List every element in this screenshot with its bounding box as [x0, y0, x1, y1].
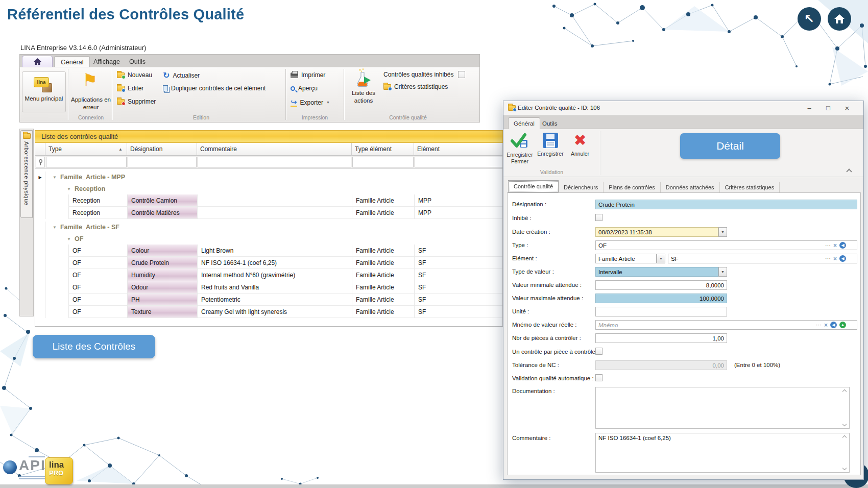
cell-designation[interactable]: PH — [127, 294, 197, 306]
commentaire-textarea[interactable]: NF ISO 16634-1 (coef 6,25) — [595, 433, 850, 473]
back-button[interactable]: ↖ — [798, 7, 821, 31]
cell-type-element[interactable]: Famille Article — [352, 269, 414, 281]
cell-type[interactable]: OF — [68, 245, 127, 257]
clear-icon[interactable]: × — [833, 255, 837, 262]
cell-type[interactable]: OF — [68, 269, 127, 281]
dialog-tab-outils[interactable]: Outils — [537, 117, 562, 129]
val-max-input[interactable] — [595, 294, 727, 303]
grid-data-row[interactable]: OFColourLight BrownFamille ArticleSF — [35, 245, 502, 257]
column-header-designation[interactable]: Désignation — [127, 143, 197, 156]
grid-data-row[interactable]: OFOdourRed fruits and VanillaFamille Art… — [35, 281, 502, 294]
close-button[interactable]: × — [841, 103, 853, 113]
val-min-input[interactable] — [595, 280, 727, 290]
liste-des-actions-label[interactable]: Liste des actions — [345, 89, 382, 105]
clear-icon[interactable]: × — [824, 322, 828, 329]
dialog-tab-general[interactable]: Général — [508, 117, 540, 129]
cell-commentaire[interactable]: Red fruits and Vanilla — [197, 281, 352, 294]
dupliquer-button[interactable]: Dupliquer contrôles de cet élément — [163, 85, 266, 92]
cell-type-element[interactable]: Famille Article — [352, 194, 414, 207]
enregistrer-fermer-button[interactable]: Enregistrer Fermer — [505, 132, 534, 168]
nbr-pieces-input[interactable] — [595, 333, 727, 343]
cell-commentaire[interactable]: Light Brown — [197, 245, 352, 257]
column-header-type-element[interactable]: Type élément — [352, 143, 414, 156]
apercu-button[interactable]: Aperçu — [291, 85, 318, 92]
scroll-down-icon[interactable] — [842, 423, 847, 427]
group-row[interactable]: ▼Famille_Article - SF — [35, 222, 502, 233]
collapse-caret-icon[interactable]: ▼ — [53, 225, 57, 230]
tab-outils[interactable]: Outils — [123, 56, 152, 67]
validation-auto-checkbox[interactable] — [595, 374, 602, 381]
cell-commentaire[interactable] — [197, 207, 352, 219]
element-combo-dropdown[interactable]: ▼ — [657, 254, 665, 263]
imprimer-button[interactable]: Imprimer — [291, 71, 325, 79]
grid-data-row[interactable]: OFTextureCreamy Gel with light syneresis… — [35, 306, 502, 318]
tab-general[interactable]: Général — [54, 56, 90, 67]
scroll-up-icon[interactable] — [842, 389, 847, 393]
filter-cell-type-element[interactable] — [352, 157, 414, 167]
cell-type[interactable]: OF — [68, 306, 127, 318]
cell-type[interactable]: OF — [68, 294, 127, 306]
tab-donnees-attachees[interactable]: Données attachées — [661, 182, 720, 192]
tab-criteres-statistiques[interactable]: Critères statistiques — [720, 182, 780, 192]
scroll-up-icon[interactable] — [842, 435, 847, 439]
tab-declencheurs[interactable]: Déclencheurs — [559, 182, 604, 192]
grid-data-row[interactable]: OFPHPotentiometricFamille ArticleSF — [35, 294, 502, 306]
cell-element[interactable]: SF — [414, 281, 503, 294]
cell-type[interactable]: OF — [68, 257, 127, 269]
cell-type-element[interactable]: Famille Article — [352, 306, 414, 318]
editer-button[interactable]: Editer — [117, 85, 143, 92]
subgroup-row[interactable]: ▼OF — [35, 233, 502, 245]
un-controle-checkbox[interactable] — [595, 348, 602, 355]
cell-designation[interactable]: Texture — [127, 306, 197, 318]
collapse-caret-icon[interactable]: ▼ — [67, 237, 71, 241]
cell-type[interactable]: Reception — [68, 207, 127, 219]
element-combo[interactable] — [595, 254, 657, 263]
cell-designation[interactable]: Colour — [127, 245, 197, 257]
supprimer-button[interactable]: Supprimer — [117, 98, 156, 105]
sidebar-tab-arborescence[interactable]: Arborescence physique — [20, 130, 33, 218]
cell-commentaire[interactable]: Internal method N°60 (gravimétrie) — [197, 269, 352, 281]
type-input[interactable] — [595, 240, 857, 250]
column-header-commentaire[interactable]: Commentaire — [197, 143, 352, 156]
home-button[interactable] — [828, 7, 851, 31]
open-record-icon[interactable]: ◀ — [839, 242, 846, 249]
collapse-caret-icon[interactable]: ▼ — [67, 187, 71, 191]
group-row[interactable]: ▶▼Famille_Article - MPP — [35, 172, 502, 183]
designation-input[interactable] — [595, 200, 857, 209]
tolerance-input[interactable] — [595, 360, 727, 370]
exporter-button[interactable]: ↪ Exporter ▼ — [291, 98, 330, 107]
cell-element[interactable]: SF — [414, 257, 503, 269]
menu-principal-button[interactable]: lina Menu principal — [22, 71, 66, 112]
filter-cell-type[interactable] — [46, 157, 127, 167]
actualiser-button[interactable]: ↻ Actualiser — [163, 71, 200, 80]
cell-designation[interactable]: Contrôle Matières — [127, 207, 197, 219]
type-valeur-dropdown[interactable]: ▼ — [718, 267, 727, 277]
column-header-type[interactable]: Type▲ — [45, 143, 127, 156]
filter-icon-cell[interactable] — [36, 157, 45, 167]
cell-element[interactable]: SF — [414, 269, 503, 281]
ellipsis-icon[interactable]: ⋯ — [825, 242, 831, 249]
cell-designation[interactable]: Contrôle Camion — [127, 194, 197, 207]
cell-type-element[interactable]: Famille Article — [352, 281, 414, 294]
clear-icon[interactable]: × — [833, 242, 837, 249]
open-record-icon[interactable]: ◀ — [830, 322, 837, 328]
cell-designation[interactable]: Odour — [127, 281, 197, 294]
dialog-titlebar[interactable]: Editer Contrôle qualité - ID: 106 – □ × — [503, 101, 863, 115]
column-header-element[interactable]: Elément — [414, 143, 503, 156]
collapse-caret-icon[interactable]: ▼ — [53, 175, 57, 180]
controles-inhibes-checkbox[interactable] — [458, 71, 465, 78]
date-dropdown-button[interactable]: ▼ — [718, 227, 727, 237]
criteres-statistiques-button[interactable]: Critères statistiques — [383, 83, 448, 90]
liste-des-controles-button[interactable]: Liste des Contrôles — [33, 335, 155, 358]
cell-designation[interactable]: Crude Protein — [127, 257, 197, 269]
scroll-down-icon[interactable] — [842, 467, 847, 471]
inhibe-checkbox[interactable] — [595, 214, 602, 221]
tab-controle-qualite[interactable]: Contrôle qualité — [508, 180, 559, 192]
cell-element[interactable]: MPP — [414, 194, 503, 207]
nouveau-button[interactable]: Nouveau — [117, 71, 152, 79]
annuler-button[interactable]: ✖ Annuler — [566, 132, 594, 168]
cell-type-element[interactable]: Famille Article — [352, 245, 414, 257]
tab-affichage[interactable]: Affichage — [87, 56, 126, 67]
date-creation-input[interactable] — [595, 227, 718, 237]
cell-type[interactable]: Reception — [68, 194, 127, 207]
